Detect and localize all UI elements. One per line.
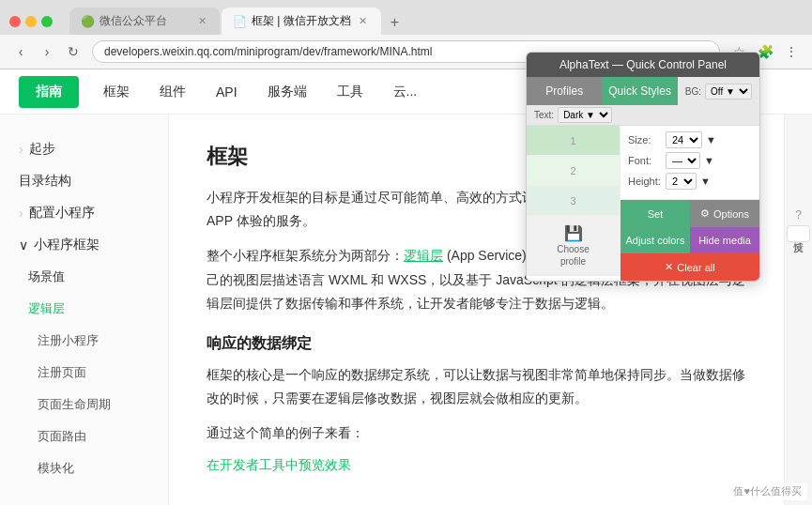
browser-tab-2[interactable]: 📄 框架 | 微信开放文档 ✕ [222,8,381,35]
font-dropdown-icon: ▼ [704,155,714,166]
nav-item-cloud[interactable]: 云... [378,72,433,112]
panel-slot-3[interactable]: 3 [527,186,620,216]
sidebar-label-getting-started: 起步 [29,141,55,158]
sidebar-item-config[interactable]: › 配置小程序 [0,197,168,229]
set-button[interactable]: Set [620,200,690,227]
sidebar-label-modules: 模块化 [38,460,74,477]
sidebar-label-routing: 页面路由 [38,428,86,445]
sidebar-item-framework[interactable]: ∨ 小程序框架 [0,229,168,261]
content-highlight-logic: 逻辑层 [404,248,443,263]
nav-item-server[interactable]: 服务端 [253,72,322,112]
sidebar-chevron-framework: ∨ [19,237,28,252]
traffic-lights [9,16,53,27]
minimize-button[interactable] [25,16,37,27]
panel-slot-choose[interactable]: 💾 Choose profile [527,216,620,276]
guide-nav-button[interactable]: 指南 [19,76,79,108]
maximize-button[interactable] [41,16,53,27]
gear-icon: ⚙ [700,207,710,220]
alphatext-panel: AlphaText — Quick Control Panel Profiles… [526,52,760,282]
sidebar-item-logic[interactable]: 逻辑层 [0,293,168,325]
browser-tab-1[interactable]: 🟢 微信公众平台 ✕ [69,8,220,35]
font-label: Font: [628,155,662,166]
adjust-colors-button[interactable]: Adjust colors [620,227,690,253]
sidebar-label-directory: 目录结构 [19,173,71,190]
sidebar-item-lifecycle[interactable]: 页面生命周期 [0,389,168,421]
size-row: Size: 24 ▼ [628,131,752,148]
bg-label: BG: [685,86,701,97]
panel-settings: Size: 24 ▼ Font: — ▼ Height: 2 [620,126,759,200]
section-title: 响应的数据绑定 [207,334,746,354]
feedback-button[interactable]: 反馈 [787,225,810,242]
nav-buttons: ‹ › ↻ [9,40,84,63]
sidebar-item-getting-started[interactable]: › 起步 [0,133,168,165]
sidebar-item-register-page[interactable]: 注册页面 [0,357,168,389]
text-row: Text: Dark ▼ [527,105,759,126]
panel-actions: Set ⚙ Options Adjust colors Hide media ✕… [620,200,759,281]
more-button[interactable]: ⋮ [780,40,803,63]
bg-select[interactable]: Off ▼ [705,84,752,99]
size-label: Size: [628,134,662,145]
font-select[interactable]: — [666,152,700,169]
content-section-para-1: 框架的核心是一个响应的数据绑定系统，可以让数据与视图非常简单地保持同步。当做数据… [207,363,746,410]
sidebar-item-directory[interactable]: 目录结构 [0,165,168,197]
right-edge: ? 反馈 [784,115,812,505]
nav-item-tools[interactable]: 工具 [322,72,378,112]
refresh-button[interactable]: ↻ [62,40,84,63]
options-button[interactable]: ⚙ Options [690,200,759,227]
new-tab-button[interactable]: + [383,10,406,35]
sidebar-item-register-app[interactable]: 注册小程序 [0,325,168,357]
text-label: Text: [534,110,554,120]
height-select[interactable]: 2 [666,173,697,190]
sidebar-label-register-page: 注册页面 [38,364,86,381]
hide-media-button[interactable]: Hide media [690,227,759,253]
nav-item-api[interactable]: API [201,73,253,111]
text-select[interactable]: Dark ▼ [558,107,612,123]
sidebar-label-framework: 小程序框架 [34,237,100,253]
sidebar-item-routing[interactable]: 页面路由 [0,421,168,452]
sidebar-label-register-app: 注册小程序 [38,332,99,349]
sidebar-label-lifecycle: 页面生命周期 [38,396,111,413]
nav-item-components[interactable]: 组件 [145,72,201,112]
choose-label: Choose [557,244,589,254]
sidebar: › 起步 目录结构 › 配置小程序 ∨ 小程序框架 场景值 逻辑层 注册小程序 … [0,115,169,505]
tab-profiles[interactable]: Profiles [527,77,602,105]
tab-title-1: 微信公众平台 [100,13,190,29]
panel-slot-1[interactable]: 1 [527,126,620,156]
forward-button[interactable]: › [36,40,58,63]
nav-item-framework[interactable]: 框架 [88,72,145,112]
tab-close-1[interactable]: ✕ [195,15,208,27]
sidebar-label-logic: 逻辑层 [28,300,65,317]
sidebar-chevron-getting-started: › [19,142,23,157]
title-bar: 🟢 微信公众平台 ✕ 📄 框架 | 微信开放文档 ✕ + [0,0,812,35]
size-dropdown-icon: ▼ [706,134,716,145]
tab-favicon-1: 🟢 [81,15,94,28]
panel-tabs: Profiles Quick Styles BG: Off ▼ [527,77,759,105]
back-button[interactable]: ‹ [9,40,32,63]
save-icon: 💾 [564,224,583,242]
tab-close-2[interactable]: ✕ [357,15,370,27]
profile-label: profile [560,256,586,267]
panel-right: Size: 24 ▼ Font: — ▼ Height: 2 [620,126,759,281]
browser-tabs: 🟢 微信公众平台 ✕ 📄 框架 | 微信开放文档 ✕ + [69,8,803,35]
clear-all-label: Clear all [677,262,714,273]
height-label: Height: [628,176,662,187]
tab-quick-styles[interactable]: Quick Styles [602,77,677,105]
font-row: Font: — ▼ [628,152,752,169]
panel-body: 1 2 3 💾 Choose profile Size: 24 ▼ Font: [527,126,759,281]
tab-favicon-2: 📄 [233,15,246,28]
panel-slot-2[interactable]: 2 [527,156,620,186]
sidebar-item-modules[interactable]: 模块化 [0,452,168,484]
x-icon: ✕ [665,261,673,273]
sidebar-item-scene[interactable]: 场景值 [0,261,168,293]
feedback-question: ? [795,208,802,222]
sidebar-label-scene: 场景值 [28,268,65,285]
height-row: Height: 2 ▼ [628,173,752,190]
watermark: 值♥什么值得买 [728,482,807,500]
panel-left: 1 2 3 💾 Choose profile [527,126,620,281]
sidebar-label-config: 配置小程序 [29,205,95,222]
options-label: Options [713,208,749,220]
clear-all-button[interactable]: ✕ Clear all [620,253,759,281]
size-select[interactable]: 24 [666,131,702,148]
close-button[interactable] [9,16,21,27]
preview-link[interactable]: 在开发者工具中预览效果 [207,457,351,472]
